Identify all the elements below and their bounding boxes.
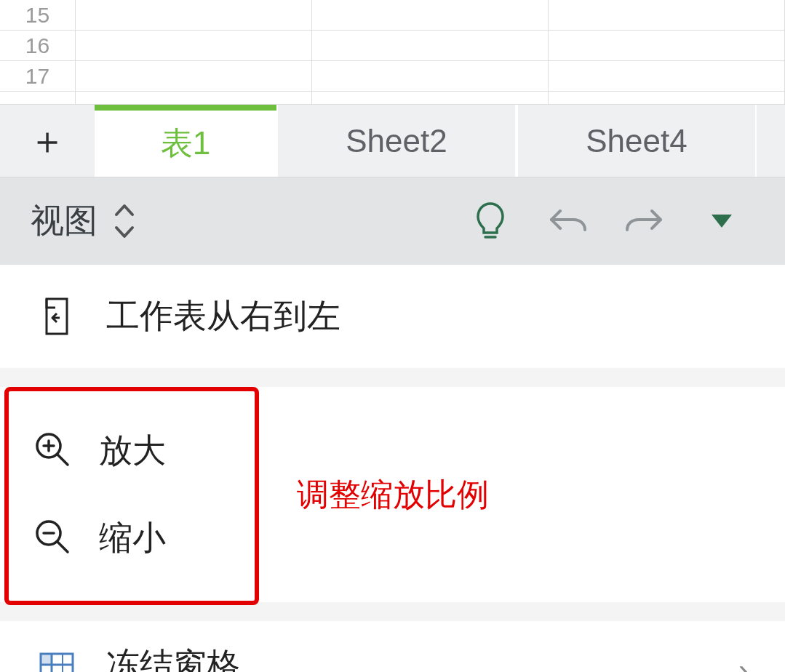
add-sheet-button[interactable]: ＋ <box>0 105 95 177</box>
chevron-right-icon: › <box>738 653 749 672</box>
sheet-tab-label: 表1 <box>161 122 210 165</box>
sheet-tab-label: Sheet4 <box>586 123 687 159</box>
sheet-tab-bar: ＋ 表1 Sheet2 Sheet4 <box>0 105 785 177</box>
row-header[interactable]: 16 <box>0 31 76 61</box>
freeze-panes-icon <box>36 652 77 672</box>
row-clipped <box>0 92 785 105</box>
toolbar: 视图 <box>0 177 785 265</box>
view-options-panel: 工作表从右到左 放大 <box>0 265 785 672</box>
svg-line-6 <box>57 542 68 552</box>
undo-button[interactable] <box>535 205 600 237</box>
svg-rect-11 <box>41 654 52 665</box>
worksheet-rtl-option[interactable]: 工作表从右到左 <box>0 265 785 368</box>
menu-label: 缩小 <box>99 516 166 561</box>
lightbulb-icon[interactable] <box>458 201 523 241</box>
sheet-tab-2[interactable]: Sheet2 <box>276 105 517 177</box>
menu-label: 冻结窗格 <box>106 643 240 672</box>
menu-label: 工作表从右到左 <box>106 294 340 339</box>
zoom-section: 放大 缩小 调整缩放比例 <box>0 387 785 602</box>
view-menu-dropdown[interactable]: 视图 <box>31 199 135 244</box>
rtl-sheet-icon <box>36 296 77 337</box>
zoom-caption: 调整缩放比例 <box>297 473 489 516</box>
spreadsheet-grid: 15 16 17 <box>0 0 785 105</box>
row-15[interactable]: 15 <box>0 0 785 31</box>
freeze-panes-option[interactable]: 冻结窗格 › <box>0 621 785 672</box>
zoom-out-icon <box>33 518 71 559</box>
sheet-tab-label: Sheet2 <box>346 123 447 159</box>
row-header[interactable]: 17 <box>0 61 76 92</box>
row-header[interactable]: 15 <box>0 0 76 31</box>
chevron-up-down-icon <box>113 201 135 241</box>
row-16[interactable]: 16 <box>0 31 785 61</box>
svg-line-2 <box>57 455 68 465</box>
menu-label: 放大 <box>99 428 166 473</box>
caret-down-icon <box>712 215 732 228</box>
sheet-tab-1[interactable]: 表1 <box>95 105 276 177</box>
zoom-in-option[interactable]: 放大 <box>0 407 262 495</box>
zoom-out-option[interactable]: 缩小 <box>0 495 262 582</box>
sheet-tab-3[interactable]: Sheet4 <box>517 105 757 177</box>
row-17[interactable]: 17 <box>0 61 785 92</box>
more-dropdown[interactable] <box>689 215 754 228</box>
plus-icon: ＋ <box>28 116 66 167</box>
redo-button[interactable] <box>612 205 677 237</box>
zoom-in-icon <box>33 431 71 471</box>
view-menu-label: 视图 <box>31 199 97 244</box>
